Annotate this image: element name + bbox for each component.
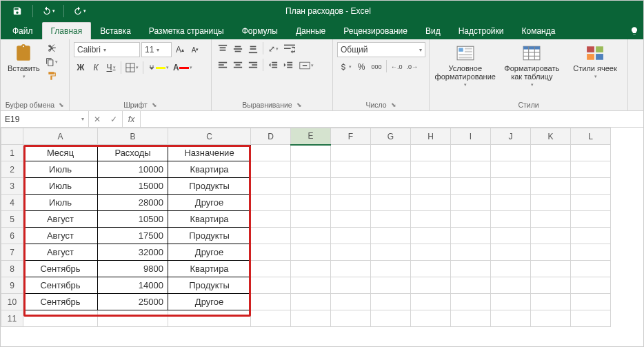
increase-font-button[interactable]: A▴ [173,43,187,57]
decrease-indent-button[interactable] [266,59,280,72]
cell[interactable] [571,310,611,327]
align-center-button[interactable] [231,59,245,72]
tab-insert[interactable]: Вставка [91,22,140,39]
row-header[interactable]: 9 [1,277,23,294]
column-header-J[interactable]: J [491,128,531,145]
cell[interactable] [571,277,611,294]
column-header-E[interactable]: E [291,128,331,145]
cell[interactable] [331,244,371,261]
cell[interactable] [411,228,451,244]
cell[interactable] [23,310,98,327]
cell[interactable] [491,195,531,211]
cell[interactable] [291,178,331,195]
cell[interactable]: Месяц [23,145,98,161]
cell[interactable] [331,145,371,161]
tab-team[interactable]: Команда [513,22,565,39]
cell[interactable] [291,161,331,178]
cell[interactable] [491,310,531,327]
cell[interactable] [371,277,411,294]
cell[interactable] [411,261,451,277]
tell-me-icon[interactable] [625,23,643,39]
row-header[interactable]: 2 [1,161,23,178]
cell[interactable] [331,161,371,178]
orientation-button[interactable]: ⤢▾ [266,42,280,56]
column-header-I[interactable]: I [451,128,491,145]
cell[interactable]: Сентябрь [23,294,98,310]
save-button[interactable] [5,1,30,21]
cell[interactable] [371,310,411,327]
cell[interactable] [251,261,291,277]
cell[interactable] [251,178,291,195]
cell[interactable]: Продукты [168,277,251,294]
cell[interactable]: 9800 [98,261,168,277]
column-header-A[interactable]: A [23,128,98,145]
worksheet-grid[interactable]: ABCDEFGHIJKL 1МесяцРасходыНазначение2Июл… [1,128,611,327]
cell[interactable] [491,277,531,294]
cell[interactable]: 14000 [98,277,168,294]
cell[interactable] [371,261,411,277]
cell[interactable]: Квартира [168,211,251,228]
cell[interactable] [291,195,331,211]
cell[interactable] [451,161,491,178]
cell[interactable] [531,211,571,228]
decrease-decimal-button[interactable]: .0→ [405,60,420,74]
conditional-formatting-button[interactable]: Условное форматирование▾ [434,42,497,89]
cell[interactable] [331,277,371,294]
number-format-combo[interactable]: Общий▾ [337,42,425,57]
cell[interactable] [291,145,331,161]
increase-indent-button[interactable] [281,59,295,72]
column-header-H[interactable]: H [411,128,451,145]
cell[interactable] [571,294,611,310]
cell[interactable] [291,261,331,277]
align-left-button[interactable] [216,59,230,72]
increase-decimal-button[interactable]: ←.0 [390,60,404,74]
cell[interactable] [451,310,491,327]
cell[interactable] [571,211,611,228]
cell[interactable]: 10500 [98,211,168,228]
row-header[interactable]: 1 [1,145,23,161]
cell[interactable] [531,261,571,277]
borders-button[interactable]: ▾ [124,61,140,75]
font-name-combo[interactable]: Calibri▾ [74,42,140,57]
cell[interactable] [451,145,491,161]
cell[interactable] [531,277,571,294]
column-header-G[interactable]: G [371,128,411,145]
cell[interactable] [371,195,411,211]
cell[interactable] [168,310,251,327]
cell[interactable] [291,277,331,294]
undo-button[interactable]: ▾ [36,1,61,21]
tab-page-layout[interactable]: Разметка страницы [140,22,233,39]
cell[interactable] [451,178,491,195]
cell[interactable] [411,145,451,161]
cell[interactable]: Другое [168,294,251,310]
cell[interactable]: Продукты [168,228,251,244]
cut-button[interactable] [46,42,58,54]
formula-bar[interactable] [141,111,643,127]
row-header[interactable]: 3 [1,178,23,195]
cell[interactable] [331,228,371,244]
format-painter-button[interactable] [46,70,58,82]
cell[interactable] [411,310,451,327]
cell[interactable] [491,161,531,178]
cell[interactable] [411,161,451,178]
tab-data[interactable]: Данные [287,22,334,39]
cell[interactable] [531,294,571,310]
cell[interactable] [371,145,411,161]
name-box[interactable]: E19▾ [1,111,89,127]
align-right-button[interactable] [246,59,260,72]
cell[interactable] [371,244,411,261]
cell[interactable] [571,244,611,261]
column-header-L[interactable]: L [571,128,611,145]
cell[interactable] [371,211,411,228]
italic-button[interactable]: К [89,61,103,75]
cell[interactable] [98,310,168,327]
cell[interactable]: Август [23,228,98,244]
cell[interactable]: Продукты [168,178,251,195]
cell[interactable] [331,310,371,327]
cell[interactable] [251,294,291,310]
column-header-F[interactable]: F [331,128,371,145]
cell[interactable]: Другое [168,195,251,211]
cell[interactable] [371,161,411,178]
cell[interactable] [571,161,611,178]
tab-home[interactable]: Главная [42,22,92,39]
